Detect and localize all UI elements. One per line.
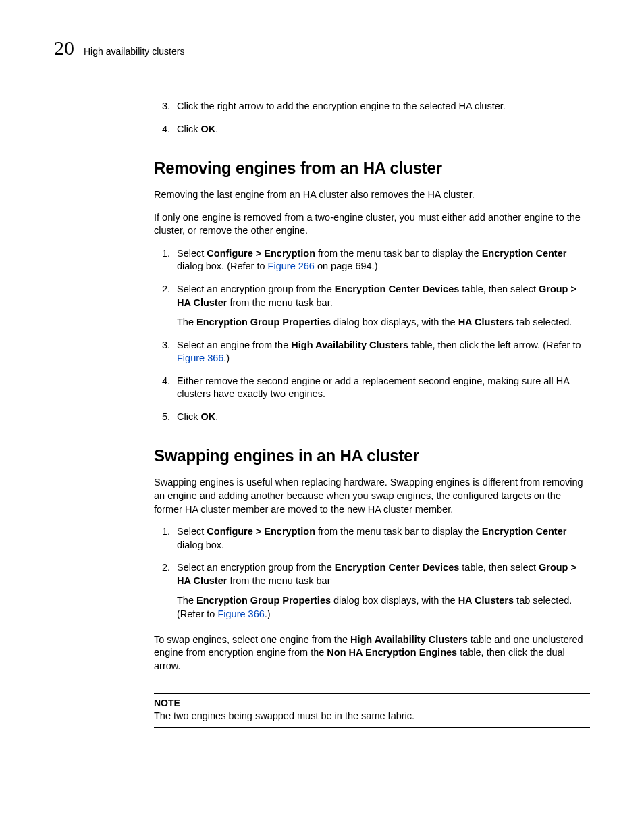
section1-steps-list: Select Configure > Encryption from the m…: [173, 247, 590, 424]
chapter-number: 20: [54, 38, 74, 58]
step-sub: The Encryption Group Properties dialog b…: [177, 316, 590, 330]
step-item: Click OK.: [173, 411, 590, 424]
step-item: Click the right arrow to add the encrypt…: [173, 100, 590, 113]
step-item: Either remove the second engine or add a…: [173, 375, 590, 401]
section1-para2: If only one engine is removed from a two…: [154, 211, 590, 238]
note-text: The two engines being swapped must be in…: [154, 710, 590, 723]
step-sub: The Encryption Group Properties dialog b…: [177, 594, 590, 621]
section2-para1: Swapping engines is useful when replacin…: [154, 476, 590, 516]
step-item: Select an encryption group from the Encr…: [173, 283, 590, 330]
step-item: Select Configure > Encryption from the m…: [173, 247, 590, 273]
link-figure-266[interactable]: Figure 266: [268, 261, 315, 271]
page: 20 High availability clusters Click the …: [0, 0, 644, 834]
content-column: Click the right arrow to add the encrypt…: [154, 100, 590, 728]
heading-removing-engines: Removing engines from an HA cluster: [154, 159, 590, 178]
running-title: High availability clusters: [84, 46, 184, 57]
step-item: Select an engine from the High Availabil…: [173, 339, 590, 365]
intro-steps-list: Click the right arrow to add the encrypt…: [173, 100, 590, 136]
step-item: Click OK.: [173, 123, 590, 136]
step-item: Select Configure > Encryption from the m…: [173, 525, 590, 552]
link-figure-366-b[interactable]: Figure 366: [217, 608, 264, 619]
section1-para1: Removing the last engine from an HA clus…: [154, 188, 590, 202]
link-figure-366-a[interactable]: Figure 366: [177, 353, 223, 363]
note-block: NOTE The two engines being swapped must …: [154, 693, 590, 728]
running-header: 20 High availability clusters: [54, 38, 590, 58]
step-item: Select an encryption group from the Encr…: [173, 561, 590, 621]
note-label: NOTE: [154, 698, 590, 708]
section2-steps-list: Select Configure > Encryption from the m…: [173, 525, 590, 621]
heading-swapping-engines: Swapping engines in an HA cluster: [154, 446, 590, 465]
section2-para2: To swap engines, select one engine from …: [154, 633, 590, 673]
